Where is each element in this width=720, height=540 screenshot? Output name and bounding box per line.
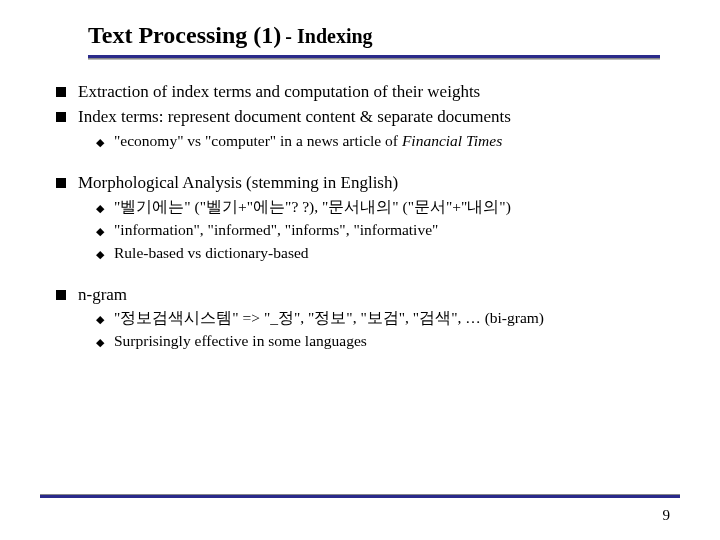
square-bullet-icon — [56, 178, 66, 188]
bullet-text: Surprisingly effective in some languages — [114, 331, 670, 352]
bullet-text: n-gram — [78, 284, 670, 307]
bullet-text: Index terms: represent document content … — [78, 106, 670, 129]
bullet-level2: ◆ "information", "informed", "informs", … — [96, 220, 670, 241]
bullet-level1: Index terms: represent document content … — [56, 106, 670, 129]
bullet-level1: n-gram — [56, 284, 670, 307]
bullet-level2: ◆ Surprisingly effective in some languag… — [96, 331, 670, 352]
bullet-level1: Extraction of index terms and computatio… — [56, 81, 670, 104]
slide: Text Processing (1) - Indexing Extractio… — [0, 0, 720, 352]
diamond-bullet-icon: ◆ — [96, 224, 104, 239]
content-area: Extraction of index terms and computatio… — [50, 81, 670, 352]
bullet-text: "벨기에는" ("벨기+"에는"? ?), "문서내의" ("문서"+"내의") — [114, 197, 670, 218]
diamond-bullet-icon: ◆ — [96, 312, 104, 327]
bullet-level2: ◆ Rule-based vs dictionary-based — [96, 243, 670, 264]
square-bullet-icon — [56, 290, 66, 300]
slide-subtitle: - Indexing — [285, 25, 372, 47]
bullet-level2: ◆ "정보검색시스템" => "_정", "정보", "보검", "검색", …… — [96, 308, 670, 329]
bullet-text: "information", "informed", "informs", "i… — [114, 220, 670, 241]
bullet-text: "정보검색시스템" => "_정", "정보", "보검", "검색", … (… — [114, 308, 670, 329]
bullet-text: Extraction of index terms and computatio… — [78, 81, 670, 104]
italic-text: Financial Times — [402, 132, 502, 149]
diamond-bullet-icon: ◆ — [96, 247, 104, 262]
bullet-text: Rule-based vs dictionary-based — [114, 243, 670, 264]
bullet-level2: ◆ "economy" vs "computer" in a news arti… — [96, 131, 670, 152]
bullet-text: Morphological Analysis (stemming in Engl… — [78, 172, 670, 195]
footer-rule — [40, 494, 680, 498]
diamond-bullet-icon: ◆ — [96, 135, 104, 150]
bullet-level1: Morphological Analysis (stemming in Engl… — [56, 172, 670, 195]
page-number: 9 — [663, 507, 671, 524]
bullet-text-part: "economy" vs "computer" in a news articl… — [114, 132, 402, 149]
bullet-text: "economy" vs "computer" in a news articl… — [114, 131, 670, 152]
title-underline — [88, 55, 660, 59]
slide-title: Text Processing (1) — [88, 22, 281, 48]
diamond-bullet-icon: ◆ — [96, 335, 104, 350]
title-block: Text Processing (1) - Indexing — [88, 22, 670, 49]
square-bullet-icon — [56, 87, 66, 97]
diamond-bullet-icon: ◆ — [96, 201, 104, 216]
bullet-level2: ◆ "벨기에는" ("벨기+"에는"? ?), "문서내의" ("문서"+"내의… — [96, 197, 670, 218]
square-bullet-icon — [56, 112, 66, 122]
